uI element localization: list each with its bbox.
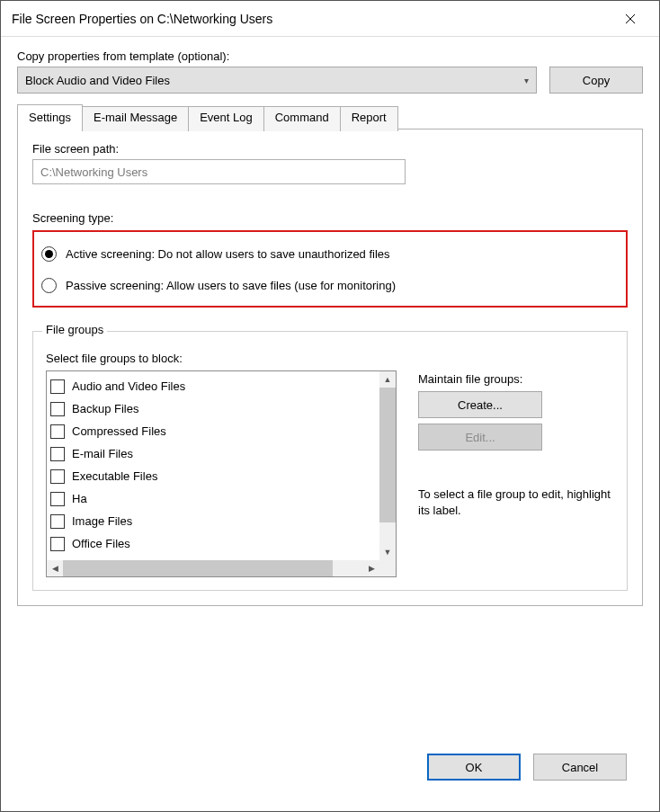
file-groups-row: Audio and Video Files Backup Files Compr…	[46, 370, 614, 577]
dialog-body: Copy properties from template (optional)…	[1, 37, 659, 811]
scroll-left-icon[interactable]: ◀	[47, 560, 63, 576]
radio-passive-screening[interactable]: Passive screening: Allow users to save f…	[40, 272, 620, 299]
list-item[interactable]: E-mail Files	[50, 442, 376, 465]
checkbox-icon[interactable]	[50, 537, 65, 551]
screening-options-highlight: Active screening: Do not allow users to …	[32, 230, 628, 308]
radio-label: Active screening: Do not allow users to …	[66, 247, 390, 261]
horizontal-scrollbar[interactable]: ◀ ▶	[47, 560, 396, 576]
template-select-value: Block Audio and Video Files	[25, 74, 170, 87]
checkbox-icon[interactable]	[50, 514, 65, 529]
list-item[interactable]: Compressed Files	[50, 420, 376, 442]
tab-event-log[interactable]: Event Log	[188, 106, 264, 131]
tab-strip: Settings E-mail Message Event Log Comman…	[17, 104, 643, 129]
close-button[interactable]	[612, 5, 648, 32]
screening-type-label: Screening type:	[32, 211, 628, 225]
radio-label: Passive screening: Allow users to save f…	[66, 279, 396, 292]
list-item-label: E-mail Files	[72, 447, 133, 460]
scroll-thumb[interactable]	[63, 560, 333, 576]
list-item[interactable]: Office Files	[50, 532, 376, 555]
dialog-footer: OK Cancel	[17, 745, 643, 797]
tab-command[interactable]: Command	[263, 106, 341, 131]
checkbox-icon[interactable]	[50, 492, 65, 506]
vertical-scrollbar[interactable]: ▲ ▼	[379, 371, 396, 560]
list-item-label: Executable Files	[72, 469, 157, 483]
tab-email-message[interactable]: E-mail Message	[82, 106, 189, 131]
tab-report[interactable]: Report	[340, 106, 398, 131]
tab-settings[interactable]: Settings	[17, 104, 83, 129]
edit-button: Edit...	[418, 424, 542, 451]
list-item-label: Audio and Video Files	[72, 379, 185, 393]
screening-type-block: Screening type: Active screening: Do not…	[32, 211, 628, 308]
path-label: File screen path:	[32, 142, 628, 156]
path-input[interactable]: C:\Networking Users	[32, 159, 406, 184]
cancel-button[interactable]: Cancel	[533, 754, 627, 781]
radio-icon	[41, 246, 57, 262]
list-item[interactable]: Ha	[50, 487, 376, 510]
list-item-label: Backup Files	[72, 402, 138, 415]
copy-button-label: Copy	[583, 74, 610, 87]
window-title: File Screen Properties on C:\Networking …	[12, 12, 272, 26]
create-button[interactable]: Create...	[418, 391, 542, 418]
maintain-file-groups-column: Maintain file groups: Create... Edit... …	[418, 370, 614, 577]
scroll-right-icon[interactable]: ▶	[363, 560, 379, 576]
edit-button-label: Edit...	[465, 431, 495, 444]
groupbox-title: File groups	[42, 323, 107, 336]
scroll-down-icon[interactable]: ▼	[379, 544, 396, 560]
checkbox-icon[interactable]	[50, 402, 65, 416]
close-icon	[625, 13, 636, 24]
scroll-up-icon[interactable]: ▲	[379, 371, 396, 388]
titlebar: File Screen Properties on C:\Networking …	[1, 1, 659, 37]
file-groups-groupbox: File groups Select file groups to block:…	[32, 331, 628, 591]
copy-button[interactable]: Copy	[549, 67, 643, 94]
scroll-thumb[interactable]	[379, 388, 396, 522]
scroll-corner	[379, 560, 396, 576]
list-item-label: Ha	[72, 492, 87, 505]
list-item[interactable]: Image Files	[50, 510, 376, 532]
list-item[interactable]: Backup Files	[50, 397, 376, 420]
file-groups-hint: To select a file group to edit, highligh…	[418, 486, 614, 518]
list-item[interactable]: Audio and Video Files	[50, 375, 376, 397]
ok-button-label: OK	[466, 761, 483, 774]
scroll-track[interactable]	[63, 560, 363, 576]
checkbox-icon[interactable]	[50, 424, 65, 439]
create-button-label: Create...	[458, 398, 503, 412]
chevron-down-icon: ▾	[524, 76, 529, 85]
checkbox-icon[interactable]	[50, 379, 65, 394]
list-item-label: Office Files	[72, 537, 130, 550]
checkbox-icon[interactable]	[50, 447, 65, 461]
radio-active-screening[interactable]: Active screening: Do not allow users to …	[40, 241, 620, 267]
file-groups-list: Audio and Video Files Backup Files Compr…	[46, 370, 397, 577]
template-row: Block Audio and Video Files ▾ Copy	[17, 67, 643, 94]
path-input-value: C:\Networking Users	[40, 165, 147, 179]
cancel-button-label: Cancel	[562, 761, 598, 774]
scroll-track[interactable]	[379, 522, 396, 544]
tab-panel-settings: File screen path: C:\Networking Users Sc…	[17, 129, 643, 606]
template-select[interactable]: Block Audio and Video Files ▾	[17, 67, 537, 94]
list-item-label: Compressed Files	[72, 424, 166, 438]
list-item[interactable]: Executable Files	[50, 465, 376, 487]
list-item-label: Image Files	[72, 514, 132, 528]
radio-icon	[41, 278, 57, 293]
maintain-label: Maintain file groups:	[418, 372, 614, 386]
select-groups-label: Select file groups to block:	[46, 352, 614, 365]
dialog-window: File Screen Properties on C:\Networking …	[0, 0, 660, 812]
ok-button[interactable]: OK	[427, 754, 521, 781]
checkbox-icon[interactable]	[50, 469, 65, 484]
template-label: Copy properties from template (optional)…	[17, 49, 643, 63]
